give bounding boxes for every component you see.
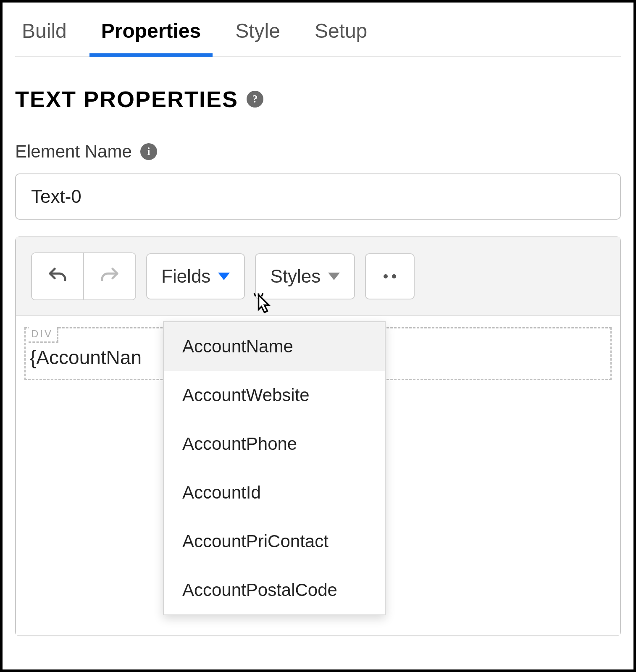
more-icon [384, 274, 396, 278]
chevron-down-icon [328, 273, 340, 280]
fields-dropdown-item[interactable]: AccountId [164, 468, 385, 517]
section-header: Text Properties ? [15, 86, 621, 112]
section-title: Text Properties [15, 86, 238, 112]
fields-dropdown-item[interactable]: AccountWebsite [164, 371, 385, 420]
tab-setup[interactable]: Setup [312, 19, 370, 56]
fields-label: Fields [161, 266, 210, 287]
redo-button[interactable] [83, 253, 135, 299]
tab-style[interactable]: Style [233, 19, 283, 56]
help-icon[interactable]: ? [247, 91, 263, 108]
tab-properties[interactable]: Properties [99, 19, 203, 56]
styles-label: Styles [270, 266, 321, 287]
canvas-block-tag: DIV [29, 327, 58, 343]
rich-text-editor: Fields Styles DIV {AccountNan AccountNam… [15, 236, 621, 636]
element-name-label-row: Element Name i [15, 142, 621, 162]
element-name-input[interactable] [15, 173, 621, 220]
chevron-down-icon [218, 273, 230, 280]
undo-redo-group [31, 252, 136, 300]
more-button[interactable] [365, 253, 415, 299]
undo-icon [46, 265, 69, 288]
editor-toolbar: Fields Styles [16, 237, 620, 316]
fields-dropdown-item[interactable]: AccountPriContact [164, 517, 385, 566]
styles-dropdown-button[interactable]: Styles [255, 253, 355, 299]
fields-dropdown-button[interactable]: Fields [146, 253, 245, 299]
redo-icon [98, 265, 121, 288]
fields-dropdown-item[interactable]: AccountName [164, 322, 385, 371]
tab-bar: Build Properties Style Setup [15, 3, 621, 57]
undo-button[interactable] [32, 253, 83, 299]
tab-build[interactable]: Build [19, 19, 69, 56]
info-icon[interactable]: i [140, 143, 157, 160]
properties-panel: Build Properties Style Setup Text Proper… [0, 0, 636, 672]
fields-dropdown-menu: AccountName AccountWebsite AccountPhone … [163, 321, 386, 615]
fields-dropdown-item[interactable]: AccountPostalCode [164, 566, 385, 614]
element-name-label: Element Name [15, 142, 132, 162]
fields-dropdown-item[interactable]: AccountPhone [164, 420, 385, 468]
